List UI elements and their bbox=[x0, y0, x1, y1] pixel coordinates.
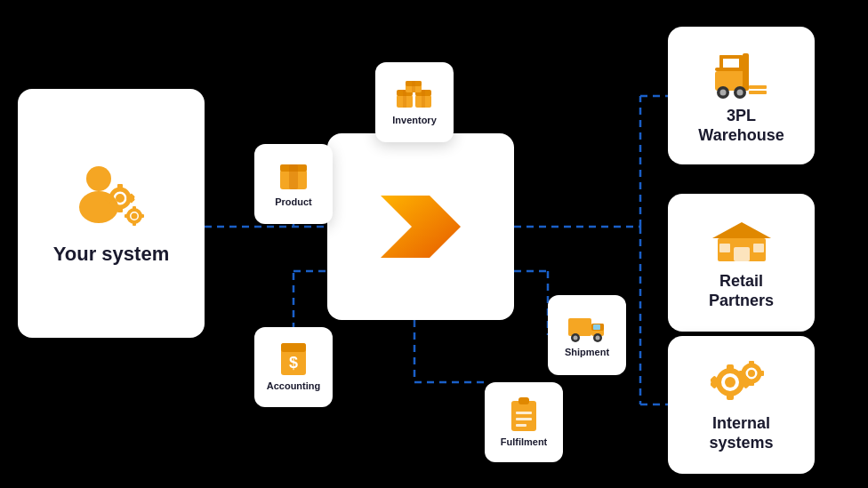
accounting-label: Accounting bbox=[267, 380, 321, 392]
dollar-doc-icon: $ bbox=[277, 341, 309, 377]
svg-rect-62 bbox=[516, 418, 532, 420]
svg-rect-31 bbox=[133, 206, 136, 212]
internal-systems-card: Internal systems bbox=[668, 336, 815, 474]
svg-point-92 bbox=[748, 370, 755, 377]
svg-point-20 bbox=[116, 194, 125, 203]
truck-icon bbox=[567, 311, 607, 343]
svg-rect-34 bbox=[125, 214, 130, 218]
svg-rect-83 bbox=[727, 364, 734, 373]
svg-point-69 bbox=[719, 89, 726, 95]
svg-point-30 bbox=[131, 212, 137, 219]
svg-rect-47 bbox=[412, 81, 415, 92]
retail-partners-label: Retail Partners bbox=[709, 272, 774, 310]
svg-rect-51 bbox=[568, 318, 591, 336]
store-icon bbox=[711, 215, 773, 265]
warehouse-3pl-label: 3PL Warehouse bbox=[698, 107, 784, 145]
svg-rect-93 bbox=[749, 361, 754, 367]
svg-rect-65 bbox=[743, 53, 749, 91]
accounting-card: $ Accounting bbox=[254, 327, 333, 407]
box-icon bbox=[277, 159, 310, 193]
svg-point-57 bbox=[596, 336, 600, 340]
center-card bbox=[327, 133, 514, 320]
svg-rect-58 bbox=[593, 324, 600, 330]
gears-icon bbox=[711, 357, 773, 407]
your-system-card: Your system bbox=[18, 89, 205, 338]
inventory-label: Inventory bbox=[392, 115, 437, 126]
internal-systems-label: Internal systems bbox=[709, 414, 773, 452]
svg-rect-79 bbox=[719, 244, 730, 252]
forklift-icon bbox=[711, 46, 773, 100]
svg-rect-94 bbox=[749, 380, 754, 386]
svg-point-82 bbox=[725, 377, 735, 388]
shipment-card: Shipment bbox=[548, 295, 626, 375]
svg-rect-78 bbox=[734, 247, 750, 261]
svg-rect-80 bbox=[753, 244, 764, 252]
svg-rect-96 bbox=[739, 371, 745, 376]
svg-marker-35 bbox=[381, 196, 461, 258]
svg-rect-66 bbox=[749, 85, 767, 89]
chevron-icon bbox=[372, 187, 470, 267]
svg-rect-49 bbox=[281, 343, 306, 352]
svg-rect-95 bbox=[758, 371, 764, 376]
user-gear-icon bbox=[65, 161, 158, 232]
boxes-icon bbox=[396, 77, 433, 111]
clipboard-icon bbox=[508, 396, 540, 433]
svg-rect-22 bbox=[117, 205, 123, 212]
svg-point-71 bbox=[736, 89, 743, 95]
product-card: Product bbox=[254, 144, 333, 224]
fulfilment-card: Fulfilment bbox=[485, 382, 563, 462]
retail-partners-card: Retail Partners bbox=[668, 194, 815, 332]
product-label: Product bbox=[275, 196, 312, 208]
svg-rect-84 bbox=[727, 391, 734, 400]
svg-rect-44 bbox=[422, 90, 425, 108]
inventory-card: Inventory bbox=[375, 62, 454, 142]
svg-rect-60 bbox=[518, 397, 529, 404]
svg-rect-32 bbox=[133, 220, 136, 226]
svg-point-55 bbox=[574, 336, 578, 340]
your-system-label: Your system bbox=[53, 243, 169, 266]
svg-marker-77 bbox=[712, 222, 771, 238]
warehouse-3pl-card: 3PL Warehouse bbox=[668, 27, 815, 164]
svg-rect-63 bbox=[516, 424, 526, 427]
svg-rect-33 bbox=[139, 214, 144, 218]
diagram: Your system Produ bbox=[0, 0, 868, 488]
svg-rect-67 bbox=[749, 91, 767, 94]
svg-rect-61 bbox=[516, 412, 532, 414]
fulfilment-label: Fulfilment bbox=[501, 436, 548, 448]
svg-text:$: $ bbox=[289, 354, 298, 372]
svg-rect-38 bbox=[289, 164, 298, 189]
svg-rect-41 bbox=[403, 90, 406, 108]
svg-rect-75 bbox=[719, 55, 743, 59]
svg-rect-21 bbox=[117, 184, 123, 191]
svg-point-17 bbox=[86, 166, 111, 191]
shipment-label: Shipment bbox=[565, 347, 609, 358]
